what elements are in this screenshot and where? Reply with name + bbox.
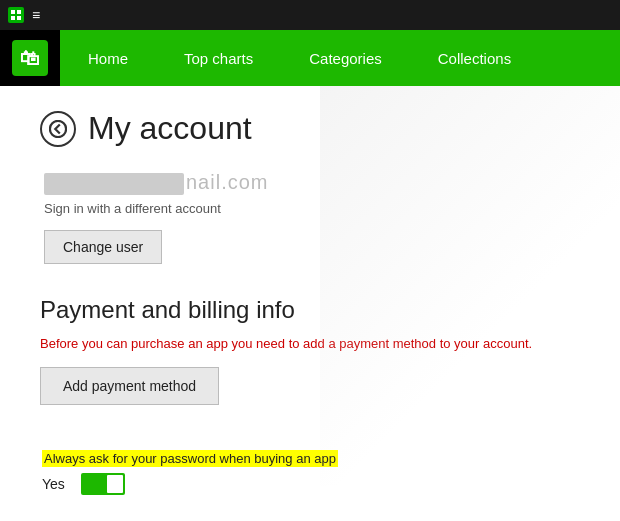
account-email: nail.com (44, 171, 580, 195)
account-section: nail.com Sign in with a different accoun… (40, 171, 580, 264)
title-bar: ≡ (0, 0, 620, 30)
page-title: My account (88, 110, 252, 147)
password-value-label: Yes (42, 476, 65, 492)
password-section: Always ask for your password when buying… (40, 449, 580, 495)
password-toggle[interactable] (81, 473, 125, 495)
svg-rect-3 (17, 16, 21, 20)
nav-items: Home Top charts Categories Collections (60, 30, 539, 86)
payment-section: Payment and billing info Before you can … (40, 296, 580, 425)
payment-warning-text: Before you can purchase an app you need … (40, 336, 580, 351)
toggle-thumb (107, 475, 123, 493)
add-payment-method-button[interactable]: Add payment method (40, 367, 219, 405)
store-icon: 🛍 (20, 47, 40, 70)
nav-item-categories[interactable]: Categories (281, 30, 410, 86)
page-header: My account (40, 110, 580, 147)
password-row: Yes (42, 473, 580, 495)
sign-in-text: Sign in with a different account (44, 201, 580, 216)
main-content: My account nail.com Sign in with a diffe… (0, 86, 620, 519)
title-bar-menu-icon: ≡ (32, 7, 42, 23)
email-blurred-part (44, 173, 184, 195)
back-button[interactable] (40, 111, 76, 147)
nav-item-home[interactable]: Home (60, 30, 156, 86)
nav-logo-inner: 🛍 (12, 40, 48, 76)
nav-item-top-charts[interactable]: Top charts (156, 30, 281, 86)
app-icon (8, 7, 24, 23)
nav-bar: 🛍 Home Top charts Categories Collections (0, 30, 620, 86)
password-label: Always ask for your password when buying… (42, 449, 580, 467)
email-suffix: nail.com (186, 171, 268, 193)
svg-rect-0 (11, 10, 15, 14)
svg-point-4 (50, 120, 66, 136)
nav-logo: 🛍 (0, 30, 60, 86)
password-label-text: Always ask for your password when buying… (42, 450, 338, 467)
svg-rect-2 (11, 16, 15, 20)
nav-item-collections[interactable]: Collections (410, 30, 539, 86)
payment-section-title: Payment and billing info (40, 296, 580, 324)
svg-rect-1 (17, 10, 21, 14)
change-user-button[interactable]: Change user (44, 230, 162, 264)
